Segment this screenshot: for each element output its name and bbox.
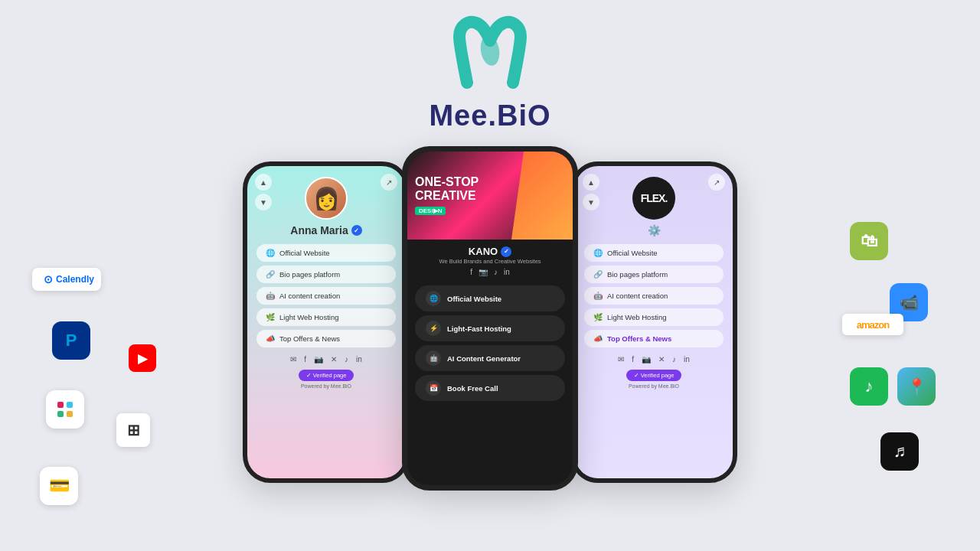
instagram-icon-r[interactable]: 📷 bbox=[642, 355, 651, 364]
robot-icon: 🤖 bbox=[266, 292, 275, 300]
list-item[interactable]: 🔗 Bio pages platform bbox=[256, 266, 396, 283]
list-item[interactable]: 🤖 AI Content Generator bbox=[415, 345, 565, 371]
banner-line3: DESI▶N bbox=[415, 207, 446, 215]
verified-badge-center: ✓ bbox=[501, 246, 511, 257]
list-item[interactable]: 🌐 Official Website bbox=[256, 244, 396, 262]
social-row-left: ✉ f 📷 ✕ ♪ in bbox=[247, 355, 405, 364]
social-row-right: ✉ f 📷 ✕ ♪ in bbox=[575, 355, 733, 364]
banner-person-decor bbox=[511, 152, 573, 240]
header: Mee.BiO bbox=[0, 0, 980, 132]
list-item[interactable]: 🌿 Light Web Hosting bbox=[256, 308, 396, 326]
email-icon[interactable]: ✉ bbox=[290, 355, 296, 364]
globe-icon-dark: 🌐 bbox=[426, 291, 441, 306]
flex-logo: FLEX. bbox=[632, 177, 675, 220]
right-nav-arrows: ▲ ▼ bbox=[583, 174, 599, 210]
profile-info-center: KANO ✓ We Build Brands and Creative Webs… bbox=[407, 240, 573, 279]
banner-line1: ONE-STOP bbox=[415, 175, 479, 189]
dark-links: 🌐 Official Website ⚡ Light-Fast Hosting … bbox=[407, 279, 573, 401]
list-item[interactable]: 🤖 AI content creation bbox=[256, 287, 396, 305]
arrow-down-right[interactable]: ▼ bbox=[583, 194, 599, 210]
list-item[interactable]: 🌐 Official Website bbox=[584, 244, 724, 262]
logo-text: Mee.BiO bbox=[0, 99, 980, 132]
list-item[interactable]: 🌿 Light Web Hosting bbox=[584, 308, 724, 326]
arrow-up-right[interactable]: ▲ bbox=[583, 174, 599, 191]
instagram-icon[interactable]: 📷 bbox=[314, 355, 323, 364]
phone-right: ▲ ▼ ↗ FLEX. ⚙️ 🌐 Official Website 🔗 Bio … bbox=[570, 161, 737, 483]
facebook-icon[interactable]: f bbox=[304, 355, 306, 364]
banner-text: ONE-STOP CREATIVE DESI▶N bbox=[407, 169, 486, 222]
globe-icon-r: 🌐 bbox=[593, 249, 603, 257]
tiktok-icon[interactable]: ♪ bbox=[345, 355, 348, 364]
facebook-icon-r[interactable]: f bbox=[632, 355, 634, 364]
phones-row: ▲ ▼ ↗ 👩 Anna Maria ✓ 🌐 Official Website … bbox=[0, 146, 980, 491]
left-nav-arrows: ▲ ▼ bbox=[255, 174, 272, 210]
li-icon[interactable]: in bbox=[504, 268, 510, 276]
profile-name-left: Anna Maria ✓ bbox=[290, 224, 361, 236]
kano-sub: We Build Brands and Creative Websites bbox=[415, 258, 565, 265]
list-item[interactable]: 📣 Top Offers & News bbox=[256, 330, 396, 347]
calendar-icon-dark: 📅 bbox=[426, 380, 441, 396]
powered-by-left: Powered by Mee.BiO bbox=[247, 383, 405, 389]
list-item[interactable]: 📅 Book Free Call bbox=[415, 375, 565, 401]
hosting-icon: 🌿 bbox=[266, 313, 275, 321]
globe-icon: 🌐 bbox=[266, 249, 275, 257]
banner-image: ONE-STOP CREATIVE DESI▶N bbox=[407, 152, 573, 240]
x-icon[interactable]: ✕ bbox=[331, 355, 337, 364]
flex-verified-icon: ⚙️ bbox=[648, 224, 661, 236]
offers-icon: 📣 bbox=[266, 334, 275, 343]
phone-center: ↗ ONE-STOP CREATIVE DESI▶N KANO ✓ We Bui… bbox=[402, 146, 578, 491]
hosting-icon-r: 🌿 bbox=[593, 313, 603, 321]
powered-by-right: Powered by Mee.BiO bbox=[575, 383, 733, 389]
kano-name: KANO ✓ bbox=[415, 246, 565, 257]
list-item[interactable]: 🌐 Official Website bbox=[415, 285, 565, 311]
link-list-right: 🌐 Official Website 🔗 Bio pages platform … bbox=[575, 236, 733, 347]
robot-icon-r: 🤖 bbox=[593, 292, 603, 300]
avatar-person-left: 👩 bbox=[313, 186, 340, 211]
verified-page-area-left: ✓ Verified page bbox=[247, 370, 405, 381]
offers-icon-r: 📣 bbox=[593, 334, 603, 343]
email-icon-r[interactable]: ✉ bbox=[618, 355, 624, 364]
verified-pill-right[interactable]: ✓ Verified page bbox=[626, 370, 682, 381]
share-button-left[interactable]: ↗ bbox=[381, 174, 397, 191]
tiktok-icon-r[interactable]: ♪ bbox=[672, 355, 676, 364]
ig-icon[interactable]: 📷 bbox=[479, 268, 488, 276]
share-button-right[interactable]: ↗ bbox=[708, 174, 725, 191]
ai-icon-dark: 🤖 bbox=[426, 350, 441, 366]
hosting-icon-dark: ⚡ bbox=[426, 321, 441, 336]
svg-point-0 bbox=[479, 34, 502, 67]
phone-left: ▲ ▼ ↗ 👩 Anna Maria ✓ 🌐 Official Website … bbox=[243, 161, 410, 483]
link-icon-r: 🔗 bbox=[593, 270, 603, 279]
verified-pill-left[interactable]: ✓ Verified page bbox=[299, 370, 354, 381]
x-icon-r[interactable]: ✕ bbox=[658, 355, 665, 364]
linkedin-icon-r[interactable]: in bbox=[684, 355, 690, 364]
linkedin-icon[interactable]: in bbox=[356, 355, 362, 364]
arrow-up[interactable]: ▲ bbox=[255, 174, 272, 191]
banner-line2: CREATIVE bbox=[415, 189, 479, 203]
list-item[interactable]: 📣 Top Offers & News bbox=[584, 330, 724, 347]
link-icon: 🔗 bbox=[266, 270, 275, 279]
kano-socials: f 📷 ♪ in bbox=[415, 268, 565, 276]
list-item[interactable]: 🔗 Bio pages platform bbox=[584, 266, 724, 283]
list-item[interactable]: ⚡ Light-Fast Hosting bbox=[415, 315, 565, 341]
mee-bio-logo-icon bbox=[444, 14, 536, 98]
fb-icon[interactable]: f bbox=[470, 268, 472, 276]
tt-icon[interactable]: ♪ bbox=[494, 268, 498, 276]
list-item[interactable]: 🤖 AI content creation bbox=[584, 287, 724, 305]
link-list-left: 🌐 Official Website 🔗 Bio pages platform … bbox=[247, 236, 405, 347]
avatar-left: 👩 bbox=[305, 177, 348, 220]
verified-page-area-right: ✓ Verified page bbox=[575, 370, 733, 381]
arrow-down[interactable]: ▼ bbox=[255, 194, 272, 210]
verified-badge-left: ✓ bbox=[351, 225, 362, 236]
